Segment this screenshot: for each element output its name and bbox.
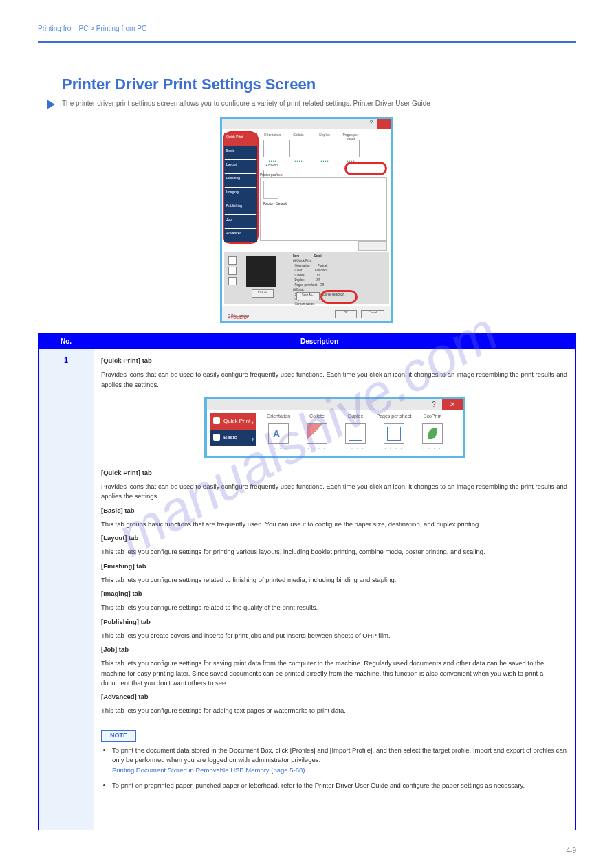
preview-mode-icons[interactable] [228,256,235,287]
tab-basic[interactable]: Basic› [210,430,256,446]
option-orientation[interactable]: Orientation• • • • [260,133,285,163]
option-orientation[interactable]: Orientation• • • • [259,413,298,452]
dialog-quick-print-crop: ? ✕ Quick Print› Basic› Orientation• • •… [204,397,465,458]
tab-imaging[interactable]: Imaging [224,188,257,201]
section-subtitle: The printer driver print settings screen… [62,100,430,107]
apply-button[interactable] [358,241,387,251]
printer-profiles-label: Printer profiles: [260,173,283,177]
option-duplex[interactable]: Duplex• • • • [336,413,375,452]
tab-quick-print[interactable]: Quick Print [224,133,257,146]
profile-item[interactable] [263,181,278,199]
option-collate[interactable]: Collate• • • • [298,413,336,452]
row-number: 1 [39,356,94,364]
save-as-button[interactable]: Save As... [296,292,320,300]
printer-profiles-box: Factory Default [260,177,387,241]
reference-link: Printing Document Stored in Removable US… [112,766,305,774]
help-icon[interactable]: ? [366,119,376,129]
cancel-button[interactable]: Cancel [361,310,384,318]
dialog-printing-preferences: ? Quick Print Basic Layout Finishing Ima… [220,117,393,323]
save-button-callout[interactable] [344,162,387,175]
breadcrumb: Printing from PC > Printing from PC [38,25,146,32]
brand-label: KYOCERA [228,315,248,320]
profile-caption: Factory Default [263,201,386,205]
close-icon[interactable]: ✕ [442,399,463,410]
printer-image [246,256,276,287]
tab-basic[interactable]: Basic [224,146,257,159]
tab-quick-print[interactable]: Quick Print› [210,413,256,430]
option-pages-per-sheet[interactable]: Pages per sheet• • • • [338,133,363,163]
page-number: 4-9 [567,847,576,854]
profiles-button-callout[interactable] [320,290,358,304]
option-pages-per-sheet[interactable]: Pages per sheet• • • • [375,413,413,452]
close-icon[interactable] [377,119,391,129]
tab-advanced[interactable]: Advanced [224,229,257,242]
tab-publishing[interactable]: Publishing [224,201,257,214]
dialog-sidebar: Quick Print Basic Layout Finishing Imagi… [224,133,257,243]
help-icon[interactable]: ? [427,399,441,410]
section-title: Printer Driver Print Settings Screen [62,76,316,93]
note-label: NOTE [101,730,136,742]
option-collate[interactable]: Collate• • • • [286,133,311,163]
tab-job[interactable]: Job [224,215,257,228]
table-head-desc: Description [94,334,338,349]
arrow-icon [47,100,55,109]
row-description: [Quick Print] tab Provides icons that ca… [94,349,575,830]
header-rule [38,41,576,43]
dialog-titlebar: ? [222,119,391,129]
ok-button[interactable]: OK [335,310,357,318]
note-block: NOTE To print the document data stored i… [101,730,569,791]
description-table: No. Description 1 [Quick Print] tab Prov… [38,333,576,830]
tab-layout[interactable]: Layout [224,160,257,173]
option-ecoprint[interactable]: EcoPrint• • • • [413,413,452,452]
pcl-xl-button[interactable]: PCL XL [252,289,274,298]
tab-finishing[interactable]: Finishing [224,174,257,187]
dialog-lower-pane: PCL XL Item Detail ⊟ Quick Print Orienta… [224,252,389,304]
table-head-no: No. [39,334,94,349]
option-duplex[interactable]: Duplex• • • • [312,133,337,163]
